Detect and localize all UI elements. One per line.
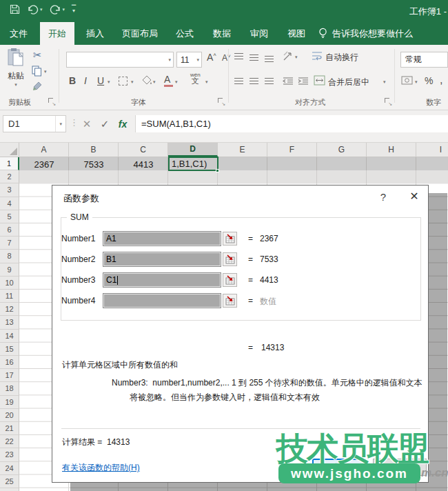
phonetic-guide-icon[interactable]: wén文 bbox=[190, 72, 201, 85]
fill-handle[interactable] bbox=[216, 169, 219, 172]
tab-3[interactable]: 页面布局 bbox=[116, 22, 164, 45]
paste-dropdown-icon[interactable]: ▾ bbox=[4, 82, 28, 88]
undo-button[interactable]: ▾ bbox=[27, 5, 43, 14]
font-name-dropdown-icon[interactable]: ▾ bbox=[168, 57, 173, 63]
row-header-12[interactable]: 12 bbox=[0, 303, 19, 316]
row-header-8[interactable]: 8 bbox=[0, 250, 19, 263]
merge-center-label[interactable]: 合并后居中 bbox=[328, 77, 369, 88]
row-header-23[interactable]: 23 bbox=[0, 448, 19, 461]
dialog-help-icon[interactable]: ? bbox=[376, 191, 390, 203]
align-left-icon[interactable] bbox=[234, 78, 243, 84]
dialog-close-icon[interactable]: ✕ bbox=[405, 190, 423, 203]
fill-color-icon[interactable] bbox=[142, 75, 152, 88]
range-selector-icon[interactable] bbox=[223, 273, 237, 287]
save-icon[interactable] bbox=[10, 4, 20, 14]
comma-style-icon[interactable]: , bbox=[440, 74, 442, 86]
row-header-11[interactable]: 11 bbox=[0, 290, 19, 303]
wrap-text-icon[interactable] bbox=[312, 50, 323, 64]
undo-dropdown-icon[interactable]: ▾ bbox=[40, 7, 43, 12]
row-header-2[interactable]: 2 bbox=[0, 170, 19, 183]
customize-qat-icon[interactable]: ▔▾ bbox=[72, 7, 76, 12]
arg-input-number2[interactable]: B1 bbox=[103, 252, 221, 267]
column-header-B[interactable]: B bbox=[69, 143, 119, 157]
arg-input-number3[interactable]: C1 bbox=[103, 272, 221, 288]
arg-input-number4[interactable] bbox=[103, 293, 221, 308]
column-header-A[interactable]: A bbox=[19, 143, 69, 157]
formula-input[interactable]: =SUM(A1,B1,C1) bbox=[135, 115, 448, 132]
name-box[interactable]: D1 ▾ bbox=[3, 115, 66, 132]
row-header-10[interactable]: 10 bbox=[0, 277, 19, 290]
borders-dropdown-icon[interactable]: ▾ bbox=[131, 79, 134, 85]
font-dialog-launcher[interactable] bbox=[218, 98, 225, 105]
row-header-24[interactable]: 24 bbox=[0, 462, 19, 475]
arg-input-number1[interactable]: A1 bbox=[103, 231, 221, 246]
tab-2[interactable]: 插入 bbox=[79, 22, 112, 45]
bold-button[interactable]: B bbox=[69, 75, 76, 86]
enter-formula-icon[interactable]: ✓ bbox=[96, 115, 113, 132]
function-help-link[interactable]: 有关该函数的帮助(H) bbox=[62, 462, 140, 474]
paste-button[interactable]: 粘贴 ▾ bbox=[4, 48, 28, 88]
range-selector-icon[interactable] bbox=[223, 252, 237, 266]
row-header-5[interactable]: 5 bbox=[0, 210, 19, 223]
increase-font-icon[interactable]: A˄ bbox=[207, 52, 216, 63]
italic-button[interactable]: I bbox=[84, 75, 87, 86]
redo-dropdown-icon[interactable]: ▾ bbox=[63, 7, 65, 12]
decrease-font-icon[interactable]: A˅ bbox=[222, 53, 231, 63]
format-painter-icon[interactable] bbox=[32, 81, 43, 94]
tab-4[interactable]: 公式 bbox=[168, 22, 201, 45]
name-box-dropdown-icon[interactable]: ▾ bbox=[55, 116, 65, 132]
tab-5[interactable]: 数据 bbox=[205, 22, 238, 45]
column-header-C[interactable]: C bbox=[119, 143, 168, 157]
active-cell-d1[interactable]: 1,B1,C1) bbox=[168, 157, 218, 171]
cancel-button[interactable]: 取消 bbox=[373, 459, 427, 476]
borders-icon[interactable] bbox=[119, 77, 128, 86]
copy-dropdown-icon[interactable]: ▾ bbox=[44, 69, 47, 74]
percent-style-icon[interactable]: % bbox=[425, 75, 433, 86]
accounting-dropdown-icon[interactable]: ▾ bbox=[415, 79, 418, 85]
redo-button[interactable]: ▾ bbox=[50, 5, 65, 14]
column-header-D[interactable]: D bbox=[168, 143, 218, 157]
row-header-22[interactable]: 22 bbox=[0, 435, 19, 448]
font-size-combo[interactable]: 11▾ bbox=[176, 52, 202, 68]
row-header-9[interactable]: 9 bbox=[0, 263, 19, 277]
row-header-4[interactable]: 4 bbox=[0, 197, 19, 210]
formula-bar-grip[interactable]: ⋮ bbox=[70, 117, 79, 128]
row-header-26[interactable]: 26 bbox=[0, 488, 19, 491]
clipboard-dialog-launcher[interactable] bbox=[48, 98, 55, 105]
accounting-format-icon[interactable] bbox=[401, 75, 413, 88]
orientation-dropdown-icon[interactable]: ▾ bbox=[295, 54, 298, 60]
select-all-corner[interactable] bbox=[0, 143, 19, 157]
cell-A1[interactable]: 2367 bbox=[19, 158, 69, 170]
row-header-3[interactable]: 3 bbox=[0, 183, 19, 197]
font-color-dropdown-icon[interactable]: ▾ bbox=[175, 79, 178, 85]
row-header-7[interactable]: 7 bbox=[0, 237, 19, 250]
cut-icon[interactable]: ✂ bbox=[33, 49, 42, 61]
tab-7[interactable]: 视图 bbox=[280, 22, 313, 45]
row-header-13[interactable]: 13 bbox=[0, 316, 19, 329]
font-color-icon[interactable]: A bbox=[164, 74, 173, 87]
align-center-icon[interactable] bbox=[250, 78, 258, 84]
row-header-15[interactable]: 15 bbox=[0, 343, 19, 356]
tab-6[interactable]: 审阅 bbox=[243, 22, 276, 45]
align-right-icon[interactable] bbox=[265, 78, 274, 84]
row-header-17[interactable]: 17 bbox=[0, 369, 19, 382]
merge-center-icon[interactable] bbox=[314, 75, 325, 88]
align-top-icon[interactable] bbox=[234, 53, 243, 59]
fill-color-dropdown-icon[interactable]: ▾ bbox=[153, 79, 156, 85]
tell-me-box[interactable]: 告诉我你想要做什么 bbox=[318, 22, 413, 45]
column-header-I[interactable]: I bbox=[416, 143, 448, 157]
increase-indent-icon[interactable] bbox=[298, 77, 309, 89]
row-header-16[interactable]: 16 bbox=[0, 356, 19, 369]
column-header-E[interactable]: E bbox=[218, 143, 267, 157]
underline-button[interactable]: U bbox=[97, 75, 104, 86]
range-selector-icon[interactable] bbox=[223, 294, 237, 308]
ok-button[interactable]: 确定 bbox=[312, 459, 366, 476]
row-header-25[interactable]: 25 bbox=[0, 475, 19, 488]
font-name-combo[interactable]: ▾ bbox=[66, 52, 174, 68]
row-header-20[interactable]: 20 bbox=[0, 409, 19, 422]
column-header-F[interactable]: F bbox=[267, 143, 317, 157]
row-header-18[interactable]: 18 bbox=[0, 382, 19, 395]
align-middle-icon[interactable] bbox=[250, 54, 258, 61]
orientation-icon[interactable] bbox=[283, 50, 294, 64]
row-header-1[interactable]: 1 bbox=[0, 157, 19, 170]
